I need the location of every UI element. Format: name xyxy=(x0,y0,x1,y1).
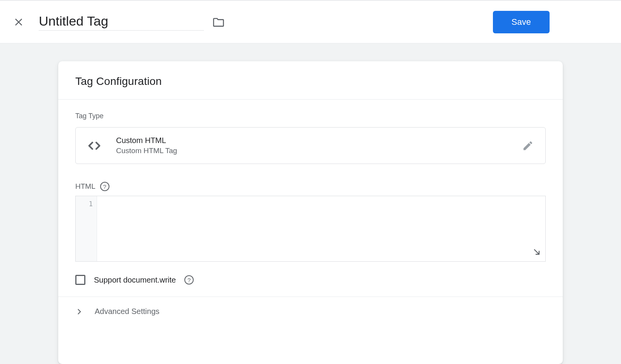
header-bar: Save xyxy=(0,1,621,43)
advanced-settings-label: Advanced Settings xyxy=(95,307,160,316)
card-title: Tag Configuration xyxy=(75,75,546,88)
support-document-write-label: Support document.write xyxy=(94,276,176,285)
advanced-settings-toggle[interactable]: Advanced Settings xyxy=(58,297,563,328)
html-field-label: HTML xyxy=(75,182,95,191)
tag-type-name: Custom HTML xyxy=(116,136,521,145)
tag-configuration-card: Tag Configuration Tag Type Custom HTML C… xyxy=(58,61,563,364)
edit-tag-type-button[interactable] xyxy=(521,139,534,152)
card-body: Tag Type Custom HTML Custom HTML Tag HTM… xyxy=(58,100,563,297)
pencil-icon xyxy=(522,140,534,152)
folder-icon xyxy=(212,16,225,29)
body-area: Tag Configuration Tag Type Custom HTML C… xyxy=(0,43,621,364)
chevron-right-icon xyxy=(75,308,83,316)
code-icon xyxy=(87,138,102,154)
tag-type-description: Custom HTML Tag xyxy=(116,147,521,155)
code-gutter: 1 xyxy=(76,196,97,261)
editor-resize-handle[interactable] xyxy=(532,247,541,258)
document-write-help-button[interactable]: ? xyxy=(184,275,194,285)
html-label-row: HTML ? xyxy=(75,182,546,191)
support-document-write-checkbox[interactable] xyxy=(75,275,85,285)
resize-arrow-icon xyxy=(532,247,541,257)
tag-name-input[interactable] xyxy=(39,14,204,31)
html-code-editor: 1 xyxy=(75,196,546,262)
save-button[interactable]: Save xyxy=(493,11,550,33)
html-code-textarea[interactable] xyxy=(97,196,545,261)
close-icon xyxy=(13,17,24,28)
line-number: 1 xyxy=(76,200,93,208)
folder-button[interactable] xyxy=(211,14,226,30)
support-document-write-row: Support document.write ? xyxy=(75,275,546,297)
close-button[interactable] xyxy=(9,13,28,31)
card-header: Tag Configuration xyxy=(58,61,563,100)
tag-type-label: Tag Type xyxy=(75,112,546,120)
tag-type-text: Custom HTML Custom HTML Tag xyxy=(116,136,521,155)
tag-type-selector[interactable]: Custom HTML Custom HTML Tag xyxy=(75,127,546,164)
html-help-button[interactable]: ? xyxy=(100,182,109,191)
